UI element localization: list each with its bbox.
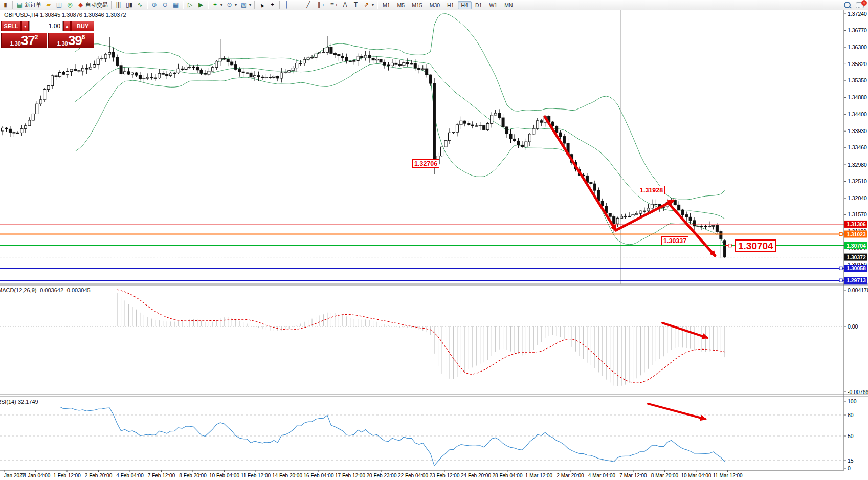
trendline-icon: ╱ xyxy=(304,1,312,9)
svg-text:1 Feb 12:00: 1 Feb 12:00 xyxy=(53,473,81,478)
sell-price-display[interactable]: 1.30 37 2 xyxy=(1,33,47,48)
timeframe-button-h1[interactable]: H1 xyxy=(443,1,457,9)
timeframe-button-h4[interactable]: H4 xyxy=(458,1,472,9)
svg-text:100: 100 xyxy=(848,398,857,404)
label-button[interactable]: T xyxy=(350,1,361,9)
zoom-out-icon[interactable]: ⊖ xyxy=(160,1,170,9)
market-watch-icon: ▰ xyxy=(44,1,52,9)
svg-text:1 Mar 12:00: 1 Mar 12:00 xyxy=(525,473,553,478)
svg-text:1.32510: 1.32510 xyxy=(848,178,867,184)
notification-badge: 1 xyxy=(861,0,867,6)
chart-shift-icon[interactable]: ▶ xyxy=(195,1,206,9)
trendline-button[interactable]: ╱ xyxy=(303,1,314,9)
timeframe-button-m5[interactable]: M5 xyxy=(394,1,409,9)
chevron-down-icon[interactable]: ▾ xyxy=(220,3,222,7)
search-icon[interactable] xyxy=(844,2,851,8)
chevron-down-icon[interactable]: ▾ xyxy=(372,3,374,7)
toolbar-separator xyxy=(183,1,183,9)
svg-text:14 Feb 20:00: 14 Feb 20:00 xyxy=(272,473,302,478)
timeframe-button-m30[interactable]: M30 xyxy=(426,1,443,9)
channel-button[interactable]: ∥E xyxy=(314,1,327,9)
svg-text:1.31023: 1.31023 xyxy=(847,231,866,237)
line-chart-icon[interactable]: ∿ xyxy=(135,1,145,9)
candlestick-chart-icon[interactable]: ▯▮ xyxy=(124,1,135,9)
timeframe-button-mn[interactable]: MN xyxy=(501,1,516,9)
svg-text:20 Feb 23:00: 20 Feb 23:00 xyxy=(367,473,397,478)
price-annotation-large[interactable]: 1.30704 xyxy=(735,239,776,252)
text-button[interactable]: A xyxy=(340,1,350,9)
timeframe-button-m1[interactable]: M1 xyxy=(379,1,394,9)
bar-chart-icon[interactable]: ||| xyxy=(113,1,124,9)
zoom-in-icon[interactable]: ⊕ xyxy=(149,1,160,9)
volume-input[interactable] xyxy=(29,21,63,31)
period-icon: ⊙ xyxy=(226,1,233,9)
zoom-out-icon: ⊖ xyxy=(161,1,169,9)
buy-price-display[interactable]: 1.30 39 6 xyxy=(48,33,94,48)
sell-button[interactable]: SELL xyxy=(1,21,21,31)
svg-text:1.34880: 1.34880 xyxy=(848,94,867,100)
cursor-button[interactable]: ▲ xyxy=(256,1,267,9)
buy-price-pips: 39 xyxy=(68,34,82,47)
volume-down-button[interactable]: ▼ xyxy=(21,21,29,31)
crosshair-icon: + xyxy=(269,1,276,9)
volume-up-button[interactable]: ▲ xyxy=(63,21,71,31)
auto-trading-button[interactable]: ◆自动交易 xyxy=(75,1,109,9)
shapes-button[interactable]: ⇗▾ xyxy=(361,1,375,9)
svg-text:7 Feb 12:00: 7 Feb 12:00 xyxy=(148,473,175,478)
price-annotation[interactable]: 1.31928 xyxy=(638,186,665,194)
price-annotation[interactable]: 1.30337 xyxy=(661,236,688,245)
add-indicator-button[interactable]: +▾ xyxy=(210,1,224,9)
fibonacci-button[interactable]: ≡F xyxy=(327,1,340,9)
template-button[interactable]: ▧▾ xyxy=(238,1,253,9)
svg-text:-0.007666: -0.007666 xyxy=(848,389,868,395)
svg-text:28 Feb 04:00: 28 Feb 04:00 xyxy=(493,473,523,478)
chevron-down-icon[interactable]: ▾ xyxy=(249,3,251,7)
icon-sub-letter: E xyxy=(323,3,325,7)
svg-text:0.00: 0.00 xyxy=(848,323,858,330)
new-order-button[interactable]: ▤新订单 xyxy=(14,1,43,9)
svg-text:1.31570: 1.31570 xyxy=(848,211,867,217)
auto-trading-button-label: 自动交易 xyxy=(85,1,108,9)
chart-title: GBPUSD-,H4 1.30845 1.30876 1.30346 1.303… xyxy=(4,12,126,18)
tile-windows-icon[interactable]: ▦ xyxy=(170,1,181,9)
auto-scroll-icon: ▷ xyxy=(186,1,194,9)
buy-price-point: 6 xyxy=(82,34,85,40)
signals-icon[interactable]: ◎ xyxy=(64,1,75,9)
svg-text:16 Feb 04:00: 16 Feb 04:00 xyxy=(304,473,334,478)
svg-text:17 Feb 12:00: 17 Feb 12:00 xyxy=(335,473,365,478)
toolbar-separator xyxy=(12,1,13,9)
vline-icon: │ xyxy=(283,1,291,9)
timeframe-button-m15[interactable]: M15 xyxy=(408,1,426,9)
shapes-icon: ⇗ xyxy=(363,1,370,9)
hline-button[interactable]: ─ xyxy=(292,1,303,9)
chat-icon[interactable]: 1 xyxy=(856,2,864,8)
chart-shift-icon: ▶ xyxy=(197,1,205,9)
text-icon: A xyxy=(341,1,349,9)
price-annotation[interactable]: 1.32706 xyxy=(412,159,439,168)
channel-icon: ∥ xyxy=(315,1,323,9)
svg-text:2 Mar 20:00: 2 Mar 20:00 xyxy=(557,473,584,478)
svg-text:8 Mar 20:00: 8 Mar 20:00 xyxy=(651,473,679,478)
icon-sub-letter: F xyxy=(336,3,338,7)
svg-text:24 Feb 20:00: 24 Feb 20:00 xyxy=(461,473,491,478)
chevron-down-icon[interactable]: ▾ xyxy=(235,3,237,7)
svg-text:1.33930: 1.33930 xyxy=(848,128,867,134)
svg-text:10 Feb 04:00: 10 Feb 04:00 xyxy=(209,473,239,478)
chart-sliver-icon[interactable]: ▮ xyxy=(0,1,11,9)
chart-profile-icon[interactable]: ◫ xyxy=(54,1,64,9)
sell-price-point: 2 xyxy=(35,34,38,40)
label-icon: T xyxy=(352,1,360,9)
buy-button[interactable]: BUY xyxy=(71,21,94,31)
svg-text:22 Feb 04:00: 22 Feb 04:00 xyxy=(398,473,428,478)
auto-scroll-icon[interactable]: ▷ xyxy=(185,1,195,9)
svg-text:1.35350: 1.35350 xyxy=(848,77,867,83)
timeframe-button-d1[interactable]: D1 xyxy=(472,1,485,9)
svg-text:1.37240: 1.37240 xyxy=(848,11,867,17)
vline-button[interactable]: │ xyxy=(281,1,292,9)
crosshair-button[interactable]: + xyxy=(267,1,278,9)
timeframe-button-w1[interactable]: W1 xyxy=(485,1,501,9)
market-watch-icon[interactable]: ▰ xyxy=(43,1,54,9)
sell-price-pips: 37 xyxy=(21,34,35,47)
annotation-handle[interactable] xyxy=(728,244,731,247)
period-button[interactable]: ⊙▾ xyxy=(224,1,238,9)
